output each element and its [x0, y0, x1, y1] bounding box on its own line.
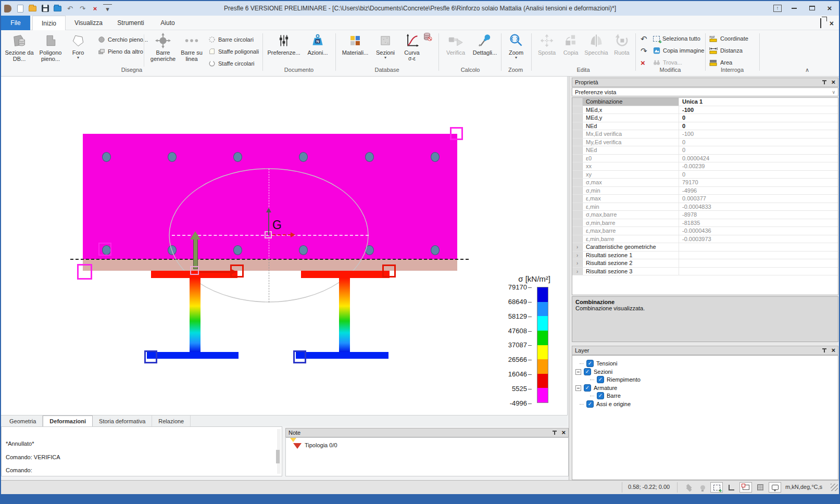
collapse-expander-icon[interactable]: [575, 369, 581, 375]
property-row[interactable]: σ,min-4996: [572, 187, 838, 195]
property-row[interactable]: ε,max0.000377: [572, 195, 838, 203]
tab-aiuto[interactable]: Aiuto: [152, 16, 183, 30]
selection-handle-magenta[interactable]: [450, 127, 463, 140]
pieno-da-altro-button[interactable]: Pieno da altro: [98, 46, 143, 57]
azioni-button[interactable]: N Azioni...: [304, 32, 331, 66]
distanza-button[interactable]: Distanza: [709, 45, 743, 56]
pin-icon[interactable]: [552, 430, 557, 435]
selection-add-toggle[interactable]: [710, 482, 723, 493]
arrow-base-handle[interactable]: [190, 266, 199, 275]
tab-relazione[interactable]: Relazione: [152, 415, 191, 426]
child-close-button[interactable]: ×: [830, 19, 834, 28]
log-scrollbar[interactable]: [277, 429, 281, 474]
open-folder-button[interactable]: [53, 4, 62, 12]
delete-button[interactable]: ×: [91, 4, 99, 12]
selection-handle-magenta[interactable]: [98, 243, 111, 256]
delete-small-button[interactable]: ×: [641, 57, 645, 68]
beam2-bottom-flange[interactable]: [296, 352, 388, 359]
layer-item-tensioni[interactable]: ✓Tensioni: [580, 359, 617, 368]
selection-handle-magenta[interactable]: [77, 264, 92, 280]
close-icon[interactable]: ×: [561, 430, 566, 435]
redo-small-button[interactable]: ↷: [641, 45, 647, 56]
beam1-bottom-flange[interactable]: [147, 352, 239, 359]
property-row[interactable]: σ,max79170: [572, 179, 838, 187]
close-icon[interactable]: ×: [831, 348, 835, 353]
minimize-button[interactable]: [789, 4, 799, 12]
undo-small-button[interactable]: ↶: [641, 33, 647, 44]
ribbon-toggle-icon[interactable]: ↑: [773, 5, 782, 12]
selection-handle-blue[interactable]: [144, 350, 157, 363]
selection-handle-blue[interactable]: [293, 350, 306, 363]
command-log[interactable]: *Annullato* Comando: VERIFICA Comando:: [1, 426, 282, 476]
layer-item-riempimento[interactable]: ✓Riempimento: [590, 375, 641, 384]
selection-handle-red[interactable]: [230, 264, 244, 278]
expand-chevron-icon[interactable]: ›: [576, 260, 579, 266]
collapse-ribbon-chevron-icon[interactable]: ∧: [805, 67, 809, 73]
property-row[interactable]: MEd,y0: [572, 114, 838, 122]
property-row[interactable]: CombinazioneUnica 1: [572, 98, 838, 106]
sezione-da-db-button[interactable]: Sezione da DB...: [4, 32, 34, 66]
tooltip-toggle[interactable]: [769, 482, 781, 493]
checkbox-checked[interactable]: ✓: [586, 400, 594, 408]
property-row[interactable]: ε00.0000424: [572, 155, 838, 163]
pin-icon[interactable]: [822, 348, 827, 353]
layers-icon[interactable]: [684, 483, 694, 492]
tab-geometria[interactable]: Geometria: [3, 415, 43, 426]
open-file-button[interactable]: [28, 4, 37, 12]
property-group-row[interactable]: ›Risultati sezione 1: [572, 251, 838, 260]
ruota-button[interactable]: Ruota: [611, 32, 632, 66]
preferenze-button[interactable]: Preferenze...: [268, 32, 300, 66]
materiali-button[interactable]: Materiali...: [340, 32, 371, 66]
property-row[interactable]: σ,min,barre-81835: [572, 219, 838, 228]
selection-handle-red[interactable]: [382, 264, 396, 278]
checkbox-checked[interactable]: ✓: [584, 384, 591, 392]
property-row[interactable]: σ,max,barre-8978: [572, 211, 838, 219]
foro-button[interactable]: Foro ▾: [67, 32, 90, 66]
grid-toggle[interactable]: [754, 482, 767, 493]
snap-rectangle-toggle[interactable]: [739, 482, 752, 493]
expand-chevron-icon[interactable]: ›: [576, 252, 579, 258]
property-row[interactable]: NEd0: [572, 122, 838, 131]
checkbox-checked[interactable]: ✓: [586, 360, 594, 367]
child-restore-button[interactable]: [820, 19, 821, 28]
checkbox-checked[interactable]: ✓: [597, 376, 604, 383]
property-row[interactable]: xx-0.00239: [572, 162, 838, 171]
layer-item-assi-e-origine[interactable]: ✓Assi e origine: [580, 400, 631, 408]
poligono-pieno-button[interactable]: Poligono pieno...: [35, 32, 66, 66]
seleziona-tutto-button[interactable]: Seleziona tutto: [653, 33, 700, 44]
property-row[interactable]: xy0: [572, 171, 838, 179]
layer-item-armature[interactable]: ✓Armature: [575, 384, 617, 392]
database-delete-icon[interactable]: [423, 32, 432, 42]
tab-visualizza[interactable]: Visualizza: [68, 16, 109, 30]
save-button[interactable]: [41, 4, 49, 12]
dettagli-button[interactable]: Dettagli...: [471, 32, 499, 66]
expand-chevron-icon[interactable]: ›: [576, 244, 579, 250]
close-icon[interactable]: ×: [831, 80, 835, 85]
cerchio-pieno-button[interactable]: Cerchio pieno...: [98, 34, 148, 45]
resize-grip[interactable]: [831, 484, 838, 491]
beam2-web[interactable]: [339, 278, 350, 352]
trova-button[interactable]: Trova...: [653, 57, 682, 68]
copia-immagine-button[interactable]: Copia immagine: [653, 45, 704, 56]
tab-deformazioni[interactable]: Deformazioni: [43, 415, 93, 426]
tab-file[interactable]: File: [1, 16, 30, 30]
staffe-poligonali-button[interactable]: Staffe poligonali: [208, 46, 259, 57]
property-row[interactable]: ε,max,barre-0.0000436: [572, 227, 838, 235]
layer-item-barre[interactable]: ✓Barre: [590, 392, 621, 400]
property-row[interactable]: My,Ed verifica0: [572, 138, 838, 147]
customize-toolbar-caret[interactable]: ▾: [103, 4, 112, 12]
close-button[interactable]: ×: [824, 4, 835, 12]
pin-icon[interactable]: [822, 80, 827, 85]
barre-circolari-button[interactable]: Barre circolari: [208, 34, 254, 45]
collapse-expander-icon[interactable]: [575, 385, 581, 391]
coordinate-button[interactable]: xyz Coordinate: [709, 33, 748, 44]
lightbulb-icon[interactable]: [698, 483, 707, 492]
beam2-top-flange[interactable]: [301, 271, 390, 278]
specchia-button[interactable]: Specchia: [582, 32, 610, 66]
property-group-row[interactable]: ›Risultati sezione 2: [572, 259, 838, 268]
checkbox-checked[interactable]: ✓: [584, 368, 591, 375]
verifica-button[interactable]: Verifica: [443, 32, 469, 66]
property-row[interactable]: NEd0: [572, 146, 838, 155]
property-group-row[interactable]: ›Risultati sezione 3: [572, 268, 838, 276]
tab-strumenti[interactable]: Strumenti: [110, 16, 151, 30]
